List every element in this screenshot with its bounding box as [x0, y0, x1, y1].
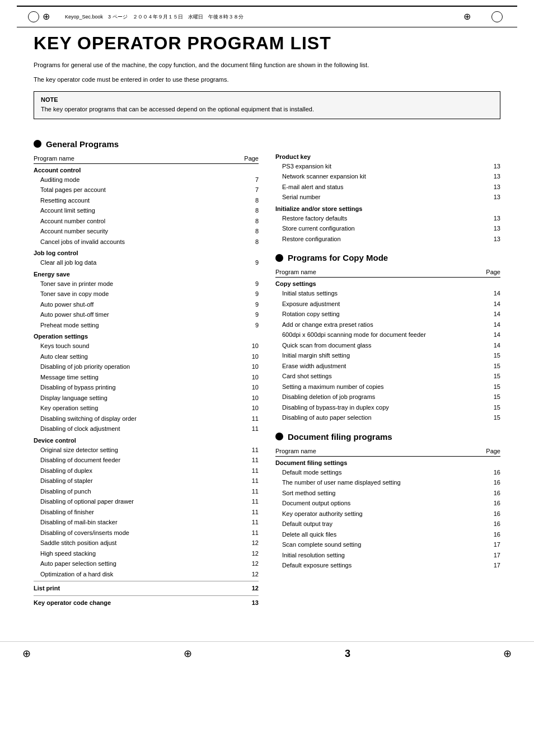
item-page: 15	[486, 372, 500, 381]
item-page: 14	[486, 309, 500, 319]
item-name: Restore factory defaults	[275, 214, 486, 223]
item-name: Disabling of covers/inserts mode	[34, 528, 245, 538]
item-name: Disabling of clock adjustment	[34, 424, 245, 434]
col-header-name: Program name	[34, 155, 242, 162]
list-item: Default mode settings16	[275, 467, 500, 478]
item-name: Add or change extra preset ratios	[275, 320, 486, 330]
item-name: Optimization of a hard disk	[34, 570, 245, 579]
item-page: 16	[486, 468, 500, 477]
two-col-layout: General Programs Program name Page Accou…	[34, 130, 500, 608]
item-page: 11	[245, 466, 259, 476]
bottom-right-circle: ⊕	[503, 647, 512, 660]
item-page: 15	[486, 413, 500, 422]
item-name: Clear all job log data	[34, 258, 245, 267]
list-item: Exposure adjustment14	[275, 299, 500, 309]
item-page: 14	[486, 299, 500, 309]
item-page: 11	[245, 476, 259, 486]
list-item: Restore configuration13	[275, 234, 500, 245]
item-name: Toner save in printer mode	[34, 279, 245, 289]
crosshair-left	[43, 11, 54, 22]
header-text: Keyop_Sec.book 3 ページ ２００４年９月１５日 水曜日 午後８時…	[59, 13, 463, 21]
item-page: 13	[486, 192, 500, 202]
item-name: Auto clear setting	[34, 352, 245, 361]
item-name: Initial margin shift setting	[275, 351, 486, 360]
copy-col-header-page: Page	[484, 269, 500, 275]
item-page: 7	[245, 175, 259, 185]
item-page: 9	[245, 310, 259, 320]
list-item: Scan complete sound setting17	[275, 539, 500, 550]
section-label: Document filing settings	[275, 457, 500, 467]
item-page: 14	[486, 341, 500, 350]
item-name: Restore configuration	[275, 234, 486, 244]
item-page: 8	[245, 196, 259, 205]
item-page: 16	[486, 509, 500, 519]
list-item: Optimization of a hard disk12	[34, 569, 259, 580]
item-page: 16	[486, 489, 500, 498]
general-programs-table: Program name Page Account controlAuditin…	[34, 153, 259, 608]
item-page: 11	[245, 487, 259, 496]
list-item: Total pages per account7	[34, 185, 259, 195]
item-name: Key operator authority setting	[275, 509, 486, 519]
section-label: Account control	[34, 164, 259, 175]
doc-col-header-page: Page	[484, 448, 500, 454]
item-name: Saddle stitch position adjust	[34, 538, 245, 548]
list-item: Account number control8	[34, 216, 259, 227]
list-item: Disabling of bypass-tray in duplex copy1…	[275, 402, 500, 413]
list-item: Saddle stitch position adjust12	[34, 538, 259, 548]
item-page: 10	[245, 383, 259, 392]
doc-filing-table: Program name Page Document filing settin…	[275, 446, 500, 571]
main-content: KEY OPERATOR PROGRAM LIST Programs for g…	[0, 27, 534, 630]
item-name: Default output tray	[275, 519, 486, 529]
item-name: Total pages per account	[34, 185, 245, 195]
list-item: Network scanner expansion kit13	[275, 171, 500, 182]
list-item: Display language setting10	[34, 393, 259, 403]
item-page: 14	[486, 289, 500, 298]
item-name: Original size detector setting	[34, 445, 245, 455]
list-item: Auditing mode7	[34, 175, 259, 185]
item-name: Default exposure settings	[275, 561, 486, 570]
item-page: 13	[486, 172, 500, 181]
list-item: Preheat mode setting9	[34, 320, 259, 331]
table-header: Program name Page	[34, 153, 259, 164]
item-page: 15	[486, 403, 500, 412]
item-page: 16	[486, 519, 500, 529]
section-label: Energy save	[34, 268, 259, 279]
item-page: 13	[486, 234, 500, 244]
intro-para1: Programs for general use of the machine,…	[34, 60, 500, 71]
item-page: 11	[245, 456, 259, 465]
item-page: 12	[245, 538, 259, 548]
item-name: High speed stacking	[34, 549, 245, 558]
item-page: 8	[245, 206, 259, 215]
list-item: Key operation setting10	[34, 403, 259, 414]
item-page: 10	[245, 352, 259, 361]
item-name: Disabling of stapler	[34, 476, 245, 486]
item-name: Delete all quick files	[275, 530, 486, 539]
item-page: 17	[486, 551, 500, 560]
product-key-list: Product keyPS3 expansion kit13Network sc…	[275, 151, 500, 245]
header-right-marks	[463, 11, 506, 22]
item-page: 9	[245, 258, 259, 267]
bullet-icon	[34, 140, 41, 148]
item-name: Store current configuration	[275, 224, 486, 233]
list-item: Original size detector setting11	[34, 445, 259, 456]
section-label: Key operator code change	[34, 598, 245, 608]
note-box: NOTE The key operator programs that can …	[34, 91, 500, 119]
item-name: Account number control	[34, 217, 245, 226]
page-title: KEY OPERATOR PROGRAM LIST	[34, 33, 500, 54]
item-page: 12	[245, 584, 259, 593]
list-item: Document output options16	[275, 498, 500, 509]
list-item: Auto power shut-off timer9	[34, 309, 259, 320]
item-page: 11	[245, 528, 259, 538]
item-page: 12	[245, 549, 259, 558]
item-name: Toner save in copy mode	[34, 289, 245, 299]
item-page: 13	[486, 214, 500, 223]
intro-para2: The key operator code must be entered in…	[34, 75, 500, 85]
item-page: 11	[245, 518, 259, 527]
item-page: 9	[245, 289, 259, 299]
list-item: Disabling of finisher11	[34, 507, 259, 518]
list-item: Auto paper selection setting12	[34, 558, 259, 569]
item-name: Disabling of bypass-tray in duplex copy	[275, 403, 486, 412]
item-page: 15	[486, 361, 500, 371]
section-label: Job log control	[34, 247, 259, 257]
list-item: 600dpi x 600dpi scanning mode for docume…	[275, 330, 500, 340]
